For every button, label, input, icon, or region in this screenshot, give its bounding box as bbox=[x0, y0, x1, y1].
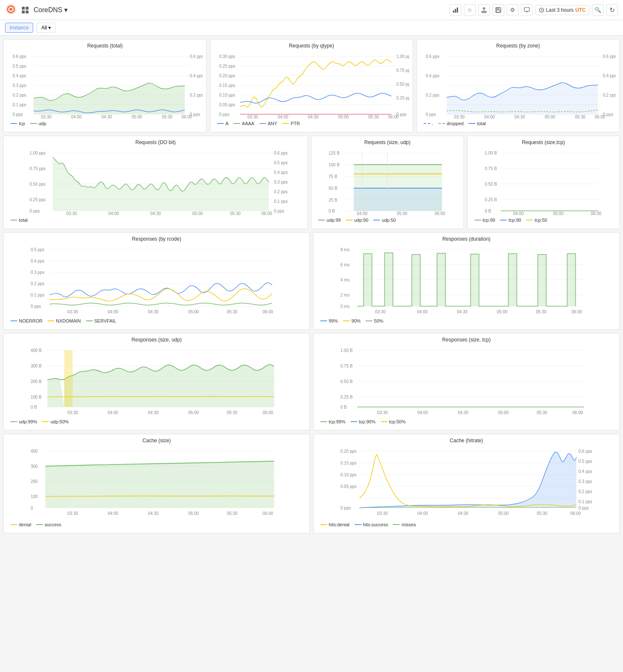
panel-requests-total: Requests (total) 0.6 pps 0.5 pps 0.4 pps… bbox=[3, 39, 207, 132]
row-4: Responses (size, udp) 400 B 300 B 200 B … bbox=[3, 333, 620, 430]
time-range-label: Last 3 hours bbox=[546, 7, 573, 13]
svg-text:05:30: 05:30 bbox=[537, 511, 547, 516]
svg-text:1.00 B: 1.00 B bbox=[340, 348, 353, 353]
svg-text:04:00: 04:00 bbox=[417, 511, 428, 516]
panel-responses-duration: Responses (duration) 8 ms 6 ms 4 ms 2 ms… bbox=[313, 232, 620, 330]
panel-requests-zone: Requests (by zone) 0.6 pps 0.4 pps 0.2 p… bbox=[416, 39, 620, 132]
svg-text:04:00: 04:00 bbox=[71, 115, 81, 119]
svg-text:0.4 pps: 0.4 pps bbox=[190, 74, 203, 78]
svg-text:8 ms: 8 ms bbox=[340, 247, 350, 252]
legend-item-ANY: ANY bbox=[259, 121, 277, 126]
legend-color-tcp99 bbox=[474, 220, 481, 220]
svg-text:03:30: 03:30 bbox=[67, 511, 78, 516]
settings-icon[interactable]: ⚙ bbox=[507, 4, 518, 16]
svg-text:03:30: 03:30 bbox=[67, 310, 78, 314]
legend-item-servfail: SERVFAIL bbox=[86, 318, 116, 323]
svg-text:0 pps: 0 pps bbox=[274, 209, 284, 213]
chart-title-responses-size-udp: Responses (size, udp) bbox=[4, 333, 309, 344]
chart-icon[interactable] bbox=[450, 4, 461, 16]
legend-item-total-zone: total bbox=[469, 121, 486, 126]
app-title[interactable]: CoreDNS ▾ bbox=[34, 6, 68, 14]
legend-color-udp90 bbox=[346, 220, 353, 220]
svg-text:0 B: 0 B bbox=[340, 405, 347, 410]
save-icon[interactable] bbox=[492, 4, 504, 16]
svg-rect-7 bbox=[497, 8, 499, 9]
legend-item-udp99: udp:99 bbox=[318, 218, 341, 223]
legend-color-misses bbox=[393, 524, 400, 525]
legend-item-denial: denial bbox=[10, 522, 31, 527]
time-range-btn[interactable]: Last 3 hours UTC bbox=[535, 5, 589, 15]
chart-area-requests-size-udp: 125 B 100 B 75 B 50 B 25 B 0 B bbox=[312, 147, 463, 228]
svg-text:05:30: 05:30 bbox=[537, 410, 547, 415]
legend-label-tcp50pct: tcp:50% bbox=[389, 419, 406, 424]
chart-title-responses-duration: Responses (duration) bbox=[314, 233, 619, 244]
svg-text:0 pps: 0 pps bbox=[340, 506, 351, 510]
legend-color-denial bbox=[10, 524, 17, 525]
svg-text:0.1 pps: 0.1 pps bbox=[31, 293, 44, 297]
svg-text:0.2 pps: 0.2 pps bbox=[578, 489, 592, 494]
chart-svg-responses-size-udp: 400 B 300 B 200 B 100 B 0 B 03:30 04:00 … bbox=[7, 346, 306, 417]
svg-text:06:00: 06:00 bbox=[435, 211, 445, 216]
svg-text:0 B: 0 B bbox=[329, 209, 335, 213]
svg-text:0.6 pps: 0.6 pps bbox=[274, 151, 288, 155]
legend-label-udp99pct: udp:99% bbox=[19, 419, 37, 424]
legend-label-nxdomain: NXDOMAIN bbox=[56, 318, 81, 323]
legend-color-hits-denial bbox=[320, 524, 327, 525]
legend-item-udp90: udp:90 bbox=[346, 218, 369, 223]
legend-item-udp50: udp:50 bbox=[373, 218, 396, 223]
panel-responses-rcode: Responses (by rcode) 0.5 pps 0.4 pps 0.3… bbox=[3, 232, 310, 330]
svg-text:03:30: 03:30 bbox=[375, 310, 385, 314]
legend-color-total-zone bbox=[469, 123, 475, 124]
svg-text:04:30: 04:30 bbox=[458, 511, 468, 516]
svg-point-2 bbox=[10, 8, 12, 10]
svg-text:0.2 pps: 0.2 pps bbox=[274, 189, 288, 194]
legend-label-udp: udp bbox=[39, 121, 46, 126]
share-icon[interactable] bbox=[478, 4, 490, 16]
legend-item-tcp99: tcp:99 bbox=[474, 218, 495, 223]
refresh-icon[interactable]: ↻ bbox=[606, 4, 618, 16]
svg-rect-9 bbox=[524, 8, 529, 11]
legend-requests-qtype: A AAAA ANY PTR bbox=[214, 119, 409, 129]
legend-responses-size-tcp: tcp:99% tcp:90% tcp:50% bbox=[317, 417, 616, 427]
chart-svg-requests-size-udp: 125 B 100 B 75 B 50 B 25 B 0 B bbox=[315, 149, 460, 216]
svg-text:0.4 pps: 0.4 pps bbox=[274, 170, 288, 175]
monitor-icon[interactable] bbox=[521, 4, 533, 16]
svg-text:05:00: 05:00 bbox=[544, 115, 555, 119]
svg-text:0.1 pps: 0.1 pps bbox=[13, 102, 26, 107]
svg-text:0 pps: 0 pps bbox=[31, 304, 41, 309]
svg-text:0.20 pps: 0.20 pps bbox=[219, 74, 235, 78]
svg-text:0 ms: 0 ms bbox=[340, 304, 350, 309]
svg-text:0 B: 0 B bbox=[484, 209, 491, 213]
chart-svg-responses-size-tcp: 1.00 B 0.75 B 0.50 B 0.25 B 0 B 03:30 04… bbox=[317, 346, 616, 417]
search-icon[interactable]: 🔍 bbox=[592, 4, 604, 16]
instance-tab[interactable]: Instance bbox=[5, 23, 33, 33]
svg-text:05:30: 05:30 bbox=[368, 115, 379, 119]
svg-text:04:00: 04:00 bbox=[417, 310, 427, 314]
chart-title-requests-do-bit: Requests (DO bit) bbox=[4, 136, 307, 147]
legend-color-hits-success bbox=[355, 524, 361, 525]
legend-item-A: A bbox=[217, 121, 228, 126]
legend-label-udp50: udp:50 bbox=[382, 218, 396, 223]
svg-text:05:00: 05:00 bbox=[498, 511, 508, 516]
legend-label-udp90: udp:90 bbox=[354, 218, 369, 223]
star-icon[interactable]: ☆ bbox=[464, 4, 476, 16]
all-select[interactable]: All ▾ bbox=[37, 23, 55, 33]
svg-text:05:30: 05:30 bbox=[227, 410, 237, 415]
legend-color-total-do bbox=[10, 220, 17, 220]
svg-text:04:30: 04:30 bbox=[148, 310, 158, 314]
panel-cache-size: Cache (size) 400 300 200 100 0 bbox=[3, 434, 310, 533]
svg-text:1.00 pps: 1.00 pps bbox=[30, 151, 46, 155]
sub-bar: Instance All ▾ bbox=[0, 20, 623, 36]
svg-text:0.2 pps: 0.2 pps bbox=[190, 93, 203, 97]
svg-text:04:30: 04:30 bbox=[514, 115, 525, 119]
svg-text:0.50 B: 0.50 B bbox=[484, 182, 497, 186]
svg-text:0 pps: 0 pps bbox=[426, 112, 436, 117]
legend-requests-zone: . dropped total bbox=[420, 119, 616, 129]
row-2: Requests (DO bit) 1.00 pps 0.75 pps 0.50… bbox=[3, 136, 620, 229]
legend-item-hits-denial: hits:denial bbox=[320, 522, 350, 527]
legend-label-tcp50: tcp:50 bbox=[534, 218, 547, 223]
legend-label-total-do: total bbox=[19, 218, 28, 223]
grid-icon bbox=[22, 7, 29, 13]
svg-text:05:00: 05:00 bbox=[498, 410, 508, 415]
svg-text:0 B: 0 B bbox=[31, 405, 37, 410]
